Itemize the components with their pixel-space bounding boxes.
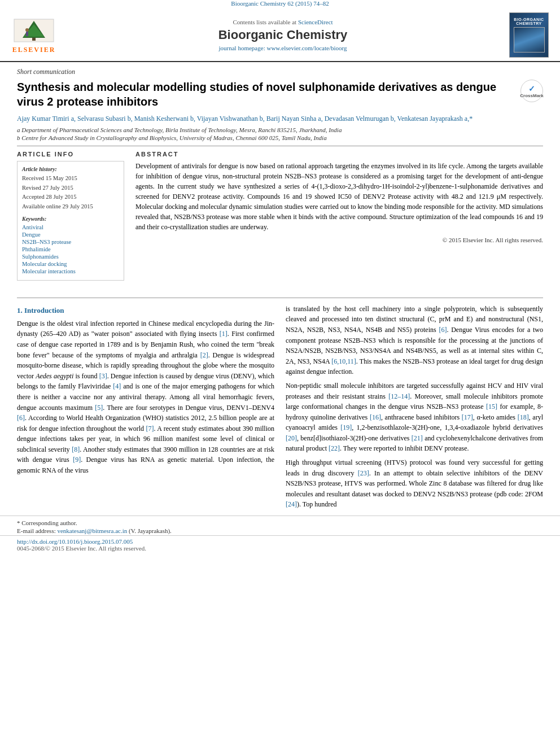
email-person: (V. Jayaprakash). (129, 527, 172, 534)
page-wrapper: Bioorganic Chemistry 62 (2015) 74–82 ELS… (0, 0, 560, 747)
corresponding-author-note: * Corresponding author. (17, 519, 543, 526)
accepted-date: Accepted 28 July 2015 (22, 193, 119, 202)
body-right-column: is translated by the host cell machinery… (286, 304, 543, 513)
affiliation-b: b Centre for Advanced Study in Crystallo… (17, 134, 543, 141)
article-info-box: Article history: Received 15 May 2015 Re… (17, 161, 124, 281)
journal-header: ELSEVIER Contents lists available at Sci… (0, 9, 560, 62)
ref-3: [3] (99, 372, 107, 380)
authors-text: Ajay Kumar Timiri a, Selvarasu Subasri b… (17, 115, 473, 123)
article-info-label: ARTICLE INFO (17, 151, 124, 158)
intro-heading: 1. Introduction (17, 306, 274, 315)
crossmark-badge: ✓ CrossMark (520, 80, 543, 102)
email-label: E-mail address: (17, 527, 56, 534)
ref-4: [4] (113, 382, 121, 390)
ref-1: [1] (220, 330, 228, 338)
email-note: E-mail address: venkatesanj@bitmesra.ac.… (17, 527, 543, 534)
ref-22: [22] (329, 444, 340, 452)
journal-homepage: journal homepage: www.elsevier.com/locat… (56, 45, 509, 51)
doi-link[interactable]: http://dx.doi.org/10.1016/j.bioorg.2015.… (17, 538, 133, 545)
intro-para-2: is translated by the host cell machinery… (286, 304, 543, 377)
svg-point-4 (25, 28, 29, 32)
ref-5: [5] (95, 404, 103, 412)
article-type: Short communication (17, 68, 543, 76)
issn-line: 0045-2068/© 2015 Elsevier Inc. All right… (17, 545, 146, 552)
divider-2 (17, 298, 543, 298)
affiliation-a: a Department of Pharmaceutical Sciences … (17, 126, 543, 133)
sciencedirect-label: Contents lists available at (233, 19, 296, 25)
received-date: Received 15 May 2015 (22, 174, 119, 183)
email-link[interactable]: venkatesanj@bitmesra.ac.in (57, 527, 127, 534)
svg-rect-5 (26, 32, 28, 36)
ref-6b: [6] (439, 326, 447, 334)
ref-2: [2] (200, 351, 208, 359)
footer-area: http://dx.doi.org/10.1016/j.bioorg.2015.… (0, 535, 560, 554)
crossmark-label: CrossMark (520, 93, 543, 98)
ref-16: [16] (370, 413, 381, 421)
ref-6: [6] (17, 414, 25, 422)
elsevier-label: ELSEVIER (12, 46, 56, 54)
available-date: Available online 29 July 2015 (22, 203, 119, 211)
ref-18: [18] (518, 413, 529, 421)
journal-center: Contents lists available at ScienceDirec… (56, 19, 509, 51)
journal-cover: BIO-ORGANIC CHEMISTRY (509, 12, 549, 58)
keyword-5: Sulphonamides (22, 254, 119, 260)
keyword-3: NS2B–NS3 protease (22, 239, 119, 245)
ref-7: [7] (146, 425, 154, 433)
body-left-column: 1. Introduction Dengue is the oldest vir… (17, 304, 274, 513)
info-abstract-section: ARTICLE INFO Article history: Received 1… (17, 151, 543, 286)
ref-24: [24] (286, 500, 297, 508)
ref-9: [9] (73, 456, 81, 464)
elsevier-tree-icon (11, 16, 56, 45)
intro-para-3: Non-peptidic small molecule inhibitors a… (286, 381, 543, 454)
copyright-line: © 2015 Elsevier Inc. All rights reserved… (135, 237, 543, 243)
abstract-column: ABSTRACT Development of antivirals for d… (135, 151, 543, 286)
authors-line: Ajay Kumar Timiri a, Selvarasu Subasri b… (17, 115, 543, 123)
elsevier-logo: ELSEVIER (11, 16, 56, 54)
keyword-7: Molecular interactions (22, 268, 119, 274)
divider-1 (17, 146, 543, 146)
abstract-text: Development of antivirals for dengue is … (135, 161, 543, 232)
ref-15: [15] (486, 403, 497, 410)
intro-para-4: High throughput virtual screening (HTVS)… (286, 457, 543, 510)
revised-date: Revised 27 July 2015 (22, 184, 119, 193)
article-info-column: ARTICLE INFO Article history: Received 1… (17, 151, 124, 286)
ref-19: [19] (340, 423, 352, 431)
ref-20: [20] (286, 434, 297, 442)
ref-17: [17] (462, 413, 473, 421)
ref-12-14: [12–14] (388, 392, 410, 400)
body-columns: 1. Introduction Dengue is the oldest vir… (0, 304, 560, 513)
keyword-1: Antiviral (22, 224, 119, 230)
ref-21: [21] (412, 434, 423, 442)
cover-label: BIO-ORGANIC CHEMISTRY (510, 18, 548, 25)
keywords-label: Keywords: (22, 216, 119, 222)
article-title: Synthesis and molecular modelling studie… (17, 80, 515, 109)
abstract-label: ABSTRACT (135, 151, 543, 158)
journal-ref: Bioorganic Chemistry 62 (2015) 74–82 (0, 0, 560, 7)
keyword-2: Dengue (22, 231, 119, 238)
keyword-4: Phthalimide (22, 246, 119, 252)
corresponding-author-label: * Corresponding author. (17, 519, 77, 526)
keyword-6: Molecular docking (22, 261, 119, 267)
ref-6c: [6,10,11] (331, 357, 356, 365)
intro-para-1: Dengue is the oldest viral infection rep… (17, 318, 274, 476)
journal-ref-text: Bioorganic Chemistry 62 (2015) 74–82 (231, 0, 329, 7)
footnote-area: * Corresponding author. E-mail address: … (0, 516, 560, 534)
history-label: Article history: (22, 166, 119, 172)
sciencedirect-line: Contents lists available at ScienceDirec… (56, 19, 509, 25)
ref-23: [23] (358, 469, 369, 477)
journal-title: Bioorganic Chemistry (56, 28, 509, 42)
ref-8: [8] (72, 445, 80, 453)
sciencedirect-link[interactable]: ScienceDirect (298, 19, 333, 25)
article-content: Short communication Synthesis and molecu… (0, 62, 560, 298)
